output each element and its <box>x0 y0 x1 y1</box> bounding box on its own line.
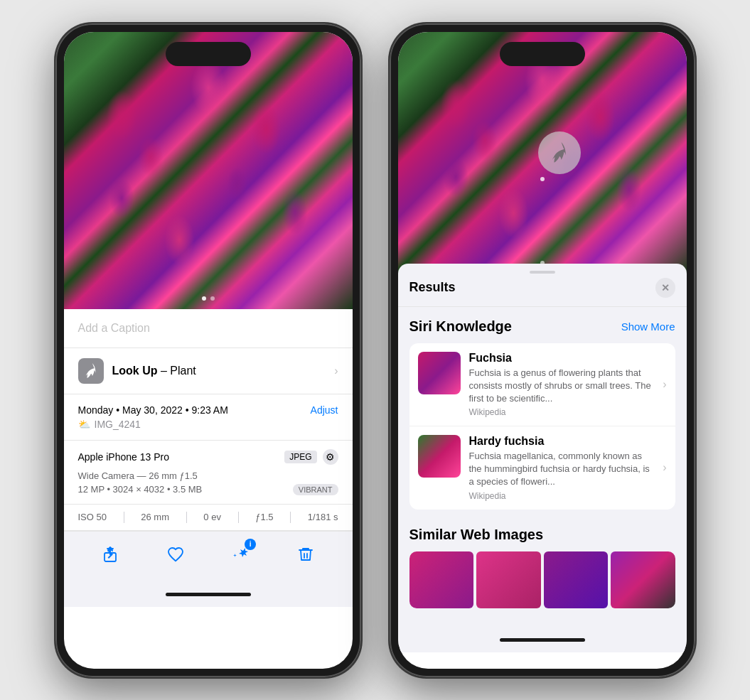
fuchsia-source: Wikipedia <box>469 407 655 417</box>
hardy-description: Fuchsia magellanica, commonly known as t… <box>469 450 655 489</box>
settings-icon[interactable]: ⚙ <box>323 449 338 465</box>
exif-sep-1 <box>124 512 124 523</box>
siri-knowledge-title: Siri Knowledge <box>409 318 512 335</box>
exif-focal: 26 mm <box>141 512 169 522</box>
share-icon <box>102 546 119 563</box>
results-panel: Results ✕ Siri Knowledge Show More <box>398 264 687 628</box>
dynamic-island <box>166 42 251 66</box>
heart-icon <box>167 546 184 563</box>
results-handle[interactable] <box>530 271 555 274</box>
exif-aperture: ƒ1.5 <box>255 512 273 522</box>
device-section: Apple iPhone 13 Pro JPEG ⚙ Wide Camera —… <box>64 441 353 505</box>
cloud-icon: ⛅ <box>78 419 90 430</box>
phone-2: Results ✕ Siri Knowledge Show More <box>390 23 695 677</box>
lookup-rest: – Plant <box>158 365 196 377</box>
hardy-name: Hardy fuchsia <box>469 435 655 448</box>
lookup-text: Look Up – Plant <box>112 365 196 377</box>
results-close-button[interactable]: ✕ <box>655 278 675 298</box>
adjust-button[interactable]: Adjust <box>311 404 338 416</box>
web-images-section: Similar Web Images <box>398 515 687 614</box>
web-image-3[interactable] <box>544 551 609 608</box>
home-indicator-2 <box>398 628 687 652</box>
phone-1: Add a Caption Look Up – Plant › <box>55 23 361 677</box>
trash-button[interactable] <box>291 540 320 569</box>
results-photo-section <box>398 32 687 274</box>
web-images-grid <box>409 551 675 608</box>
lookup-chevron: › <box>334 365 338 377</box>
flower-overlay <box>64 32 353 309</box>
home-indicator <box>64 583 353 607</box>
lookup-bold: Look Up <box>112 365 158 377</box>
dot-1 <box>202 296 206 301</box>
fuchsia-chevron: › <box>663 378 666 391</box>
siri-knowledge-section: Siri Knowledge Show More Fuchsia Fuchsia… <box>398 307 687 515</box>
web-images-title: Similar Web Images <box>409 527 544 543</box>
mp-row: 12 MP • 3024 × 4032 • 3.5 MB VIBRANT <box>78 484 338 495</box>
heart-button[interactable] <box>161 540 190 569</box>
device-row: Apple iPhone 13 Pro JPEG ⚙ <box>78 449 338 465</box>
web-images-header: Similar Web Images <box>409 527 675 543</box>
lookup-icon <box>78 358 104 384</box>
meta-filename-row: ⛅ IMG_4241 <box>78 419 338 430</box>
trash-icon <box>297 546 314 563</box>
fuchsia-thumbnail <box>418 352 461 394</box>
results-title: Results <box>409 280 456 295</box>
share-button[interactable] <box>96 540 124 569</box>
leaf-icon <box>83 363 99 379</box>
info-button[interactable]: i <box>226 540 255 569</box>
info-badge: i <box>245 539 256 550</box>
exif-iso: ISO 50 <box>78 512 107 522</box>
hardy-chevron: › <box>663 461 666 474</box>
fuchsia-name: Fuchsia <box>469 352 655 365</box>
leaf-siri-icon <box>549 142 570 163</box>
siri-button[interactable] <box>538 131 581 174</box>
knowledge-item-fuchsia[interactable]: Fuchsia Fuchsia is a genus of flowering … <box>409 343 675 427</box>
web-image-2[interactable] <box>476 551 541 608</box>
meta-filename: IMG_4241 <box>95 419 141 430</box>
knowledge-card: Fuchsia Fuchsia is a genus of flowering … <box>409 343 675 510</box>
hardy-source: Wikipedia <box>469 491 655 501</box>
home-bar-2 <box>500 638 585 642</box>
exif-row: ISO 50 26 mm 0 ev ƒ1.5 1/181 s <box>64 505 353 531</box>
exif-sep-3 <box>238 512 239 523</box>
lookup-label: Look Up – Plant <box>112 365 196 377</box>
home-bar <box>166 593 251 596</box>
meta-section: Monday • May 30, 2022 • 9:23 AM Adjust ⛅… <box>64 394 353 441</box>
format-badge: JPEG <box>284 451 316 463</box>
exif-ev: 0 ev <box>203 512 221 522</box>
exif-shutter: 1/181 s <box>308 512 338 522</box>
vibrant-badge: VIBRANT <box>293 484 338 495</box>
caption-area[interactable]: Add a Caption <box>64 309 353 348</box>
knowledge-item-hardy[interactable]: Hardy fuchsia Fuchsia magellanica, commo… <box>409 426 675 510</box>
photo-section[interactable] <box>64 32 353 309</box>
siri-dot <box>540 177 545 181</box>
results-header: Results ✕ <box>398 278 687 307</box>
camera-detail: Wide Camera — 26 mm ƒ1.5 <box>78 470 338 481</box>
hardy-thumbnail <box>418 435 461 478</box>
exif-sep-2 <box>186 512 187 523</box>
show-more-button[interactable]: Show More <box>621 321 675 333</box>
exif-sep-4 <box>290 512 291 523</box>
web-image-4[interactable] <box>611 551 675 608</box>
mp-info: 12 MP • 3024 × 4032 • 3.5 MB <box>78 484 203 495</box>
phone-2-screen: Results ✕ Siri Knowledge Show More <box>398 32 687 669</box>
meta-date: Monday • May 30, 2022 • 9:23 AM <box>78 404 228 416</box>
siri-knowledge-header: Siri Knowledge Show More <box>409 318 675 335</box>
web-image-1[interactable] <box>409 551 474 608</box>
toolbar: i <box>64 531 353 583</box>
device-name: Apple iPhone 13 Pro <box>78 451 169 463</box>
fuchsia-content: Fuchsia Fuchsia is a genus of flowering … <box>469 352 655 418</box>
meta-date-row: Monday • May 30, 2022 • 9:23 AM Adjust <box>78 404 338 416</box>
device-badges: JPEG ⚙ <box>284 449 338 465</box>
dynamic-island-2 <box>500 42 585 66</box>
dot-2 <box>210 296 215 301</box>
hardy-content: Hardy fuchsia Fuchsia magellanica, commo… <box>469 435 655 501</box>
fuchsia-description: Fuchsia is a genus of flowering plants t… <box>469 367 655 406</box>
caption-placeholder: Add a Caption <box>78 322 150 334</box>
phone-1-screen: Add a Caption Look Up – Plant › <box>64 32 353 669</box>
flower-image <box>64 32 353 309</box>
lookup-row[interactable]: Look Up – Plant › <box>64 348 353 394</box>
photo-dots <box>202 296 215 301</box>
